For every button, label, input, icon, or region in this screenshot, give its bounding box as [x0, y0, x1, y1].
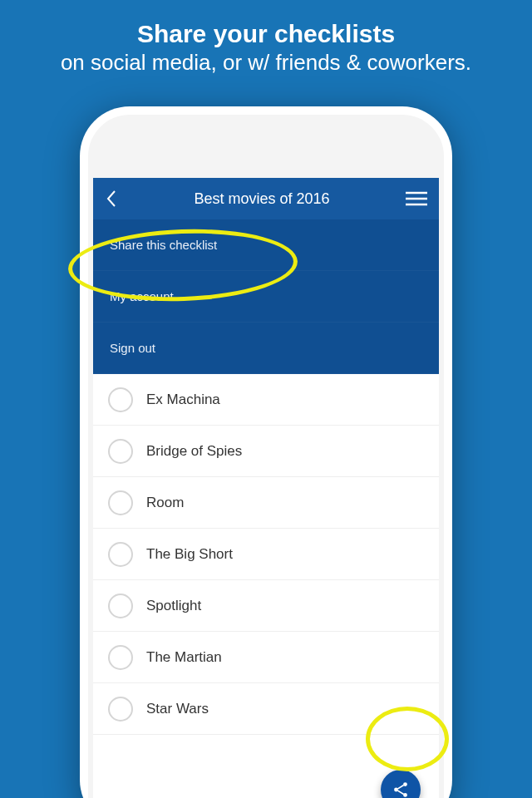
- list-item[interactable]: Ex Machina: [93, 374, 439, 426]
- menu-item-label: My account: [110, 289, 174, 303]
- app-screen: Best movies of 2016 Share this checklist…: [93, 178, 439, 798]
- list-item[interactable]: Star Wars: [93, 683, 439, 735]
- list-item[interactable]: Spotlight: [93, 580, 439, 632]
- list-item-label: The Martian: [146, 649, 222, 666]
- page-title: Best movies of 2016: [194, 190, 329, 208]
- promo-banner: Share your checklists on social media, o…: [0, 0, 532, 76]
- share-icon: [392, 781, 410, 798]
- phone-frame: Best movies of 2016 Share this checklist…: [80, 106, 452, 798]
- svg-line-7: [397, 791, 404, 795]
- promo-subline: on social media, or w/ friends & coworke…: [17, 50, 515, 76]
- checkbox-icon[interactable]: [108, 542, 133, 567]
- promo-headline: Share your checklists: [17, 20, 515, 48]
- chevron-left-icon: [105, 189, 118, 209]
- checkbox-icon[interactable]: [108, 490, 133, 515]
- checkbox-icon[interactable]: [108, 645, 133, 670]
- list-item-label: Room: [146, 495, 184, 511]
- dropdown-menu: Share this checklist My account Sign out: [93, 219, 439, 374]
- menu-item-account[interactable]: My account: [93, 271, 439, 323]
- phone-bezel: Best movies of 2016 Share this checklist…: [88, 115, 444, 798]
- menu-item-signout[interactable]: Sign out: [93, 323, 439, 374]
- checkbox-icon[interactable]: [108, 697, 133, 722]
- list-item-label: Bridge of Spies: [146, 443, 242, 460]
- list-item[interactable]: The Big Short: [93, 529, 439, 580]
- back-button[interactable]: [105, 189, 118, 209]
- checkbox-icon[interactable]: [108, 594, 133, 618]
- svg-line-6: [397, 786, 404, 790]
- menu-button[interactable]: [406, 191, 427, 206]
- menu-item-label: Sign out: [110, 341, 155, 355]
- checklist: Ex Machina Bridge of Spies Room The Big …: [93, 374, 439, 735]
- list-item-label: Spotlight: [146, 598, 201, 614]
- list-item[interactable]: Room: [93, 477, 439, 529]
- menu-item-share[interactable]: Share this checklist: [93, 219, 439, 271]
- menu-item-label: Share this checklist: [110, 238, 217, 252]
- navbar: Best movies of 2016: [93, 178, 439, 219]
- checkbox-icon[interactable]: [108, 387, 133, 412]
- list-item[interactable]: Bridge of Spies: [93, 426, 439, 477]
- list-item-label: The Big Short: [146, 546, 233, 563]
- list-item[interactable]: The Martian: [93, 632, 439, 683]
- hamburger-icon: [406, 191, 427, 206]
- checkbox-icon[interactable]: [108, 439, 133, 464]
- share-fab[interactable]: [381, 770, 421, 798]
- list-item-label: Ex Machina: [146, 392, 220, 408]
- list-item-label: Star Wars: [146, 701, 209, 717]
